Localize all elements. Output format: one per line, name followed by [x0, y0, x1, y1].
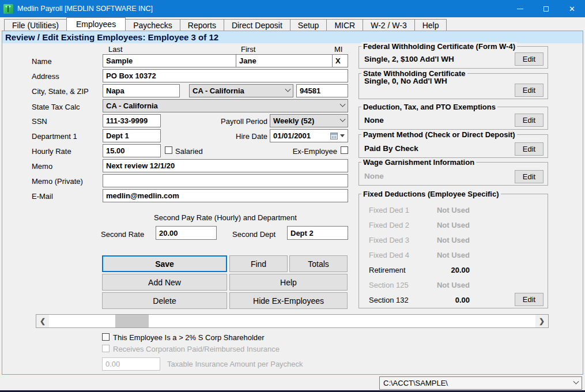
exemptions-value: None — [364, 116, 384, 125]
zip-field[interactable] — [296, 84, 348, 97]
tab-file-utilities[interactable]: File (Utilities) — [4, 19, 67, 31]
maximize-icon — [544, 6, 549, 12]
memo-field[interactable] — [103, 159, 348, 172]
retirement-value: 20.00 — [403, 266, 470, 274]
minimize-button[interactable] — [507, 0, 533, 17]
section-132-label: Section 132 — [369, 296, 409, 304]
hourly-rate-label: Hourly Rate — [32, 147, 71, 156]
memo-label: Memo — [32, 162, 52, 171]
page-title: Review / Edit Existing Employees: Employ… — [2, 31, 583, 43]
section-132-value: 0.00 — [403, 296, 470, 304]
second-dept-field[interactable] — [287, 226, 348, 240]
tab-setup[interactable]: Setup — [290, 19, 327, 31]
ssn-label: SSN — [32, 117, 47, 126]
payment-method-value: Paid By Check — [364, 144, 418, 153]
window-title: Medlin Payroll [MEDLIN SOFTWARE INC] — [17, 5, 153, 13]
employee-scrollbar[interactable]: ❮ ❯ — [36, 314, 549, 328]
second-rate-field[interactable] — [156, 226, 217, 240]
calendar-grid-icon — [330, 133, 338, 140]
corp-insurance-checkbox[interactable] — [102, 345, 110, 352]
exemptions-title: Deduction, Tax, and PTO Exemptions — [361, 103, 497, 111]
add-new-button[interactable]: Add New — [102, 274, 227, 291]
state-withholding-value: Single, 0, No Add'l WH — [364, 77, 447, 85]
hire-date-picker[interactable]: 01/01/2001 — [270, 129, 348, 142]
hire-date-label: Hire Date — [207, 132, 267, 141]
hourly-rate-field[interactable] — [103, 144, 161, 157]
salaried-label: Salaried — [175, 147, 203, 156]
salaried-checkbox[interactable] — [165, 146, 172, 154]
section-125-label: Section 125 — [369, 281, 409, 289]
help-button[interactable]: Help — [229, 274, 348, 291]
payroll-period-dropdown[interactable]: Weekly (52) — [270, 114, 348, 127]
calendar-icon[interactable] — [330, 133, 345, 140]
fixed-deductions-edit-button[interactable]: Edit — [515, 293, 544, 306]
minimize-icon — [517, 9, 523, 9]
close-button[interactable]: ✕ — [559, 0, 585, 17]
delete-button[interactable]: Delete — [102, 292, 227, 309]
federal-withholding-value: Single, 2, $100 Add'l WH — [364, 55, 454, 63]
scroll-left-arrow[interactable]: ❮ — [36, 315, 49, 327]
corp-insurance-label: Receives Corporation Paid/Reimbursed Ins… — [113, 345, 280, 353]
ssn-field[interactable] — [103, 114, 161, 127]
tab-w2-w3[interactable]: W-2 / W-3 — [363, 19, 415, 31]
middle-initial-field[interactable] — [332, 54, 348, 67]
ex-employee-checkbox[interactable] — [341, 146, 348, 154]
second-rate-label: Second Rate — [101, 230, 144, 239]
find-button[interactable]: Find — [229, 255, 288, 272]
address-field[interactable] — [103, 69, 348, 82]
first-name-field[interactable] — [236, 54, 333, 67]
data-folder-dropdown[interactable]: C:\ACCT\SAMPLE\ — [379, 376, 582, 390]
chevron-down-icon — [573, 379, 579, 385]
last-name-field[interactable] — [103, 54, 236, 67]
federal-withholding-edit-button[interactable]: Edit — [515, 52, 544, 66]
city-field[interactable] — [103, 84, 180, 97]
column-label-mi: MI — [334, 45, 342, 54]
payment-method-edit-button[interactable]: Edit — [515, 142, 544, 156]
save-button[interactable]: Save — [102, 255, 227, 272]
second-pay-title: Second Pay Rate (Hourly) and Department — [103, 213, 348, 222]
hire-date-value: 01/01/2001 — [273, 131, 311, 140]
federal-withholding-title: Federal Withholding Certificate (Form W-… — [361, 42, 517, 51]
memo-private-field[interactable] — [103, 174, 348, 187]
scrollbar-thumb[interactable] — [115, 315, 149, 327]
taxable-insurance-amount-field[interactable] — [102, 357, 160, 371]
tab-direct-deposit[interactable]: Direct Deposit — [224, 19, 290, 31]
state-tax-calc-label: State Tax Calc — [32, 103, 80, 111]
payroll-period-value: Weekly (52) — [273, 116, 314, 125]
wage-garnishment-edit-button[interactable]: Edit — [515, 170, 544, 183]
exemptions-edit-button[interactable]: Edit — [515, 114, 544, 127]
wage-garnishment-value: None — [364, 172, 384, 180]
address-label: Address — [32, 72, 59, 81]
maximize-button[interactable] — [533, 0, 559, 17]
s-corp-shareholder-checkbox[interactable] — [102, 333, 110, 341]
app-icon — [3, 4, 13, 14]
payment-method-title: Payment Method (Check or Direct Deposit) — [361, 130, 517, 139]
section-125-value: Not Used — [403, 281, 470, 289]
fixed-ded-1-value: Not Used — [403, 206, 470, 214]
department1-field[interactable] — [103, 129, 161, 142]
hide-ex-employees-button[interactable]: Hide Ex-Employees — [229, 292, 348, 309]
chevron-down-icon — [340, 101, 346, 107]
tab-micr[interactable]: MICR — [326, 19, 363, 31]
tab-bar: File (Utilities) Employees Paychecks Rep… — [0, 17, 585, 31]
tab-paychecks[interactable]: Paychecks — [125, 19, 180, 31]
state-tax-calc-dropdown[interactable]: CA - California — [103, 99, 348, 112]
fixed-deductions-title: Fixed Deductions (Employee Specific) — [361, 190, 501, 198]
wage-garnishment-title: Wage Garnishment Information — [361, 158, 476, 167]
close-icon: ✕ — [569, 5, 575, 13]
email-field[interactable] — [103, 189, 348, 202]
s-corp-shareholder-label: This Employee Is a > 2% S Corp Sharehold… — [113, 333, 265, 342]
totals-button[interactable]: Totals — [289, 255, 348, 272]
tab-reports[interactable]: Reports — [180, 19, 224, 31]
state-withholding-edit-button[interactable]: Edit — [515, 84, 544, 97]
state-dropdown[interactable]: CA - California — [189, 84, 293, 97]
data-folder-path: C:\ACCT\SAMPLE\ — [383, 379, 448, 387]
column-label-last: Last — [108, 45, 123, 54]
memo-private-label: Memo (Private) — [32, 177, 83, 186]
name-label: Name — [32, 57, 52, 66]
scroll-right-arrow[interactable]: ❯ — [535, 315, 548, 327]
tab-employees[interactable]: Employees — [66, 17, 126, 31]
taxable-insurance-amount-label: Taxable Insurance Amount per Paycheck — [167, 360, 303, 368]
tab-help[interactable]: Help — [414, 19, 447, 31]
column-label-first: First — [241, 45, 255, 54]
